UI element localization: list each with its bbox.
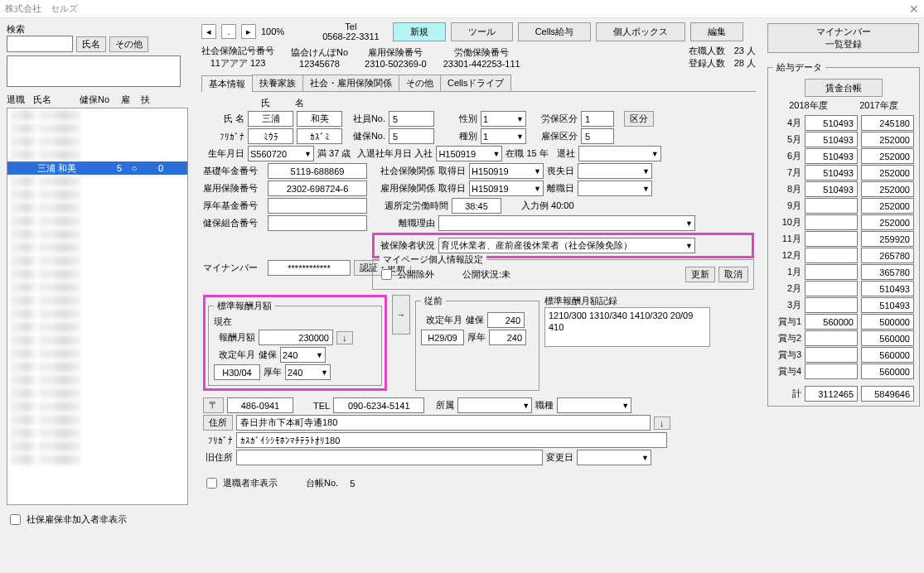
addr-down-button[interactable]: ↓ — [654, 417, 670, 430]
salary-2017-5[interactable] — [861, 198, 914, 214]
rishoku-select[interactable]: ▼ — [578, 181, 652, 196]
search-input[interactable] — [7, 36, 73, 52]
addr-input[interactable] — [236, 415, 651, 431]
salary-2017-11[interactable] — [861, 297, 914, 313]
kounen-std-select[interactable]: 240▼ — [285, 364, 331, 380]
salary-2017-13[interactable] — [861, 330, 914, 346]
shuroudou-input[interactable] — [452, 198, 501, 214]
nav-first-icon[interactable]: ◂ — [201, 24, 216, 39]
tab-cellsdrive[interactable]: Cellsドライブ — [440, 75, 511, 91]
koyono-input[interactable] — [268, 181, 367, 196]
kenpono-input[interactable] — [389, 128, 434, 144]
salary-2018-14[interactable] — [805, 347, 858, 363]
tab-fuyo[interactable]: 扶養家族 — [252, 75, 303, 91]
salary-2018-6[interactable] — [805, 214, 858, 230]
other-button[interactable]: その他 — [109, 36, 148, 52]
salary-2018-7[interactable] — [805, 231, 858, 247]
kiso-input[interactable] — [268, 163, 367, 179]
kousei-input[interactable] — [268, 198, 367, 214]
hire-select[interactable]: H150919▼ — [436, 146, 502, 161]
rishoku-reason-select[interactable]: ▼ — [438, 215, 695, 231]
change-date-select[interactable]: ▼ — [577, 450, 651, 465]
empno-input[interactable] — [389, 111, 434, 127]
houshuu-input[interactable] — [259, 330, 333, 345]
down-button[interactable]: ↓ — [336, 331, 353, 344]
postal-button[interactable]: 〒 — [203, 397, 224, 413]
seikana-input[interactable] — [248, 128, 293, 144]
kenpo-std-select[interactable]: 240▼ — [280, 347, 326, 363]
salary-2017-1[interactable] — [861, 132, 914, 147]
kenpo-kumiai-input[interactable] — [268, 215, 367, 231]
salary-2018-5[interactable] — [805, 198, 858, 214]
salary-2018-10[interactable] — [805, 281, 858, 296]
koukai-checkbox[interactable]: 公開除外 — [378, 267, 434, 282]
prev-kenpo-input[interactable] — [487, 312, 525, 328]
salary-2018-0[interactable] — [805, 115, 858, 131]
salary-2018-12[interactable] — [805, 314, 858, 330]
salary-2017-8[interactable] — [861, 248, 914, 263]
salary-2018-13[interactable] — [805, 330, 858, 346]
shozoku-select[interactable]: ▼ — [457, 397, 532, 413]
salary-2018-1[interactable] — [805, 132, 858, 147]
new-button[interactable]: 新規 — [393, 22, 446, 41]
postal-input[interactable] — [227, 397, 293, 413]
oldaddr-input[interactable] — [236, 450, 543, 465]
salary-2017-0[interactable] — [861, 115, 914, 131]
update-button[interactable]: 更新 — [685, 267, 715, 282]
salary-2018-9[interactable] — [805, 264, 858, 280]
salary-2017-9[interactable] — [861, 264, 914, 280]
close-icon[interactable]: ✕ — [909, 2, 919, 16]
prev-kounen-input[interactable] — [489, 330, 526, 345]
mei-input[interactable] — [297, 111, 342, 127]
kbn-button[interactable]: 区分 — [624, 111, 654, 127]
addrkana-input[interactable] — [236, 432, 667, 448]
total-2018[interactable] — [805, 386, 858, 402]
soushitsu-select[interactable]: ▼ — [578, 163, 652, 179]
sex-select[interactable]: 1▼ — [481, 111, 526, 127]
rouho-kbn-input[interactable] — [581, 111, 614, 127]
retire-select[interactable]: ▼ — [578, 146, 661, 161]
tab-hoken[interactable]: 社会・雇用保険関係 — [302, 75, 399, 91]
shakai-date-select[interactable]: H150919▼ — [469, 163, 544, 179]
nav-next-icon[interactable]: ▸ — [241, 24, 256, 39]
salary-2017-7[interactable] — [861, 231, 914, 247]
type-select[interactable]: 1▼ — [481, 128, 526, 144]
edit-button[interactable]: 編集 — [690, 22, 743, 41]
tool-button[interactable]: ツール — [451, 22, 513, 41]
mynumber-input[interactable] — [268, 260, 351, 276]
salary-2017-10[interactable] — [861, 281, 914, 296]
name-button[interactable]: 氏名 — [76, 36, 106, 52]
salary-2018-2[interactable] — [805, 148, 858, 164]
salary-2017-14[interactable] — [861, 347, 914, 363]
hide-nonmember-checkbox[interactable]: 社保雇保非加入者非表示 — [7, 512, 127, 527]
search-memo[interactable] — [7, 55, 181, 87]
salary-2018-15[interactable] — [805, 364, 858, 379]
shokushu-select[interactable]: ▼ — [557, 397, 631, 413]
sei-input[interactable] — [248, 111, 293, 127]
salary-2017-4[interactable] — [861, 181, 914, 197]
koyou-date-select[interactable]: H150919▼ — [469, 181, 544, 196]
arrow-right-button[interactable]: → — [392, 295, 410, 335]
cells-salary-button[interactable]: Cells給与 — [518, 22, 591, 41]
mynumber-list-button[interactable]: マイナンバー 一覧登録 — [767, 23, 919, 53]
total-2017[interactable] — [861, 386, 914, 402]
salary-ledger-button[interactable]: 賃金台帳 — [805, 79, 883, 97]
nav-prev-icon[interactable]: . — [221, 24, 236, 39]
salary-2018-4[interactable] — [805, 181, 858, 197]
salary-2017-3[interactable] — [861, 165, 914, 181]
dob-select[interactable]: S560720▼ — [248, 146, 314, 161]
cancel-button[interactable]: 取消 — [718, 267, 748, 282]
meikana-input[interactable] — [297, 128, 342, 144]
salary-2018-3[interactable] — [805, 165, 858, 181]
koyoho-kbn-input[interactable] — [581, 128, 614, 144]
prev-kaitei-input[interactable] — [421, 330, 464, 345]
addr-button[interactable]: 住所 — [203, 415, 233, 431]
tel-input[interactable] — [333, 397, 424, 413]
personal-box-button[interactable]: 個人ボックス — [596, 22, 685, 41]
salary-2017-15[interactable] — [861, 364, 914, 379]
hide-retire-checkbox[interactable]: 退職者非表示 — [203, 475, 278, 491]
employee-list[interactable]: 三浦 和美 5 ○ 0 — [7, 108, 188, 505]
salary-2017-2[interactable] — [861, 148, 914, 164]
salary-2017-6[interactable] — [861, 214, 914, 230]
salary-2018-11[interactable] — [805, 297, 858, 313]
